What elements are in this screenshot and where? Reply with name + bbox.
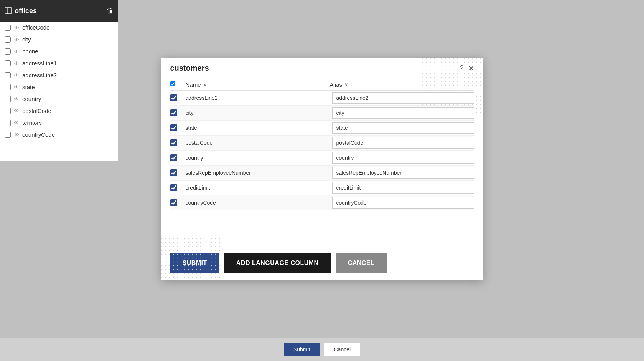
- table-row: countryCode: [170, 195, 474, 210]
- submit-button[interactable]: SUBMIT: [170, 253, 219, 273]
- row-checkbox-countryCode[interactable]: [170, 199, 177, 206]
- cancel-button[interactable]: CANCEL: [336, 253, 387, 273]
- alias-input-creditLimit[interactable]: [332, 182, 474, 194]
- row-checkbox-city[interactable]: [170, 109, 177, 116]
- row-alias-salesRepEmployeeNumber[interactable]: [332, 167, 474, 179]
- table-row: salesRepEmployeeNumber: [170, 166, 474, 180]
- alias-input-countryCode[interactable]: [332, 197, 474, 209]
- row-check-postalCode: [170, 139, 186, 146]
- header-name-cell: Name ⊽: [186, 81, 330, 88]
- alias-input-city[interactable]: [332, 107, 474, 119]
- header-alias-cell: Alias ⊽: [330, 81, 474, 88]
- modal-title: customers: [170, 64, 209, 73]
- row-name-salesRepEmployeeNumber: salesRepEmployeeNumber: [186, 170, 332, 176]
- row-alias-postalCode[interactable]: [332, 137, 474, 149]
- row-alias-countryCode[interactable]: [332, 197, 474, 209]
- table-row: country: [170, 151, 474, 166]
- modal-overlay: customers ? ✕ Name ⊽ Alias ⊽: [0, 0, 644, 338]
- modal-footer: SUBMIT ADD LANGUAGE COLUMN CANCEL: [161, 246, 483, 280]
- alias-input-salesRepEmployeeNumber[interactable]: [332, 167, 474, 179]
- row-check-addressLine2: [170, 94, 186, 101]
- bottom-cancel-button[interactable]: Cancel: [324, 343, 360, 356]
- close-icon[interactable]: ✕: [468, 64, 474, 73]
- row-check-country: [170, 154, 186, 161]
- row-name-city: city: [186, 110, 332, 116]
- row-checkbox-country[interactable]: [170, 154, 177, 161]
- table-header-row: Name ⊽ Alias ⊽: [170, 79, 474, 91]
- alias-input-state[interactable]: [332, 122, 474, 134]
- alias-input-addressLine2[interactable]: [332, 92, 474, 104]
- row-check-city: [170, 109, 186, 116]
- row-name-creditLimit: creditLimit: [186, 185, 332, 191]
- modal-table: Name ⊽ Alias ⊽ addressLine2 city: [161, 76, 483, 246]
- row-check-state: [170, 124, 186, 131]
- row-check-creditLimit: [170, 184, 186, 191]
- header-check-cell: [170, 81, 186, 88]
- table-scroll: addressLine2 city state posta: [170, 91, 474, 229]
- help-icon[interactable]: ?: [460, 64, 463, 72]
- modal-header: customers ? ✕: [161, 58, 483, 76]
- table-row: addressLine2: [170, 91, 474, 106]
- header-alias-label: Alias: [330, 81, 343, 88]
- row-name-country: country: [186, 155, 332, 161]
- bottom-submit-button[interactable]: Submit: [284, 343, 320, 356]
- row-checkbox-salesRepEmployeeNumber[interactable]: [170, 169, 177, 176]
- add-language-button[interactable]: ADD LANGUAGE COLUMN: [224, 253, 331, 273]
- row-check-salesRepEmployeeNumber: [170, 169, 186, 176]
- alias-input-postalCode[interactable]: [332, 137, 474, 149]
- row-name-addressLine2: addressLine2: [186, 95, 332, 101]
- modal-header-actions: ? ✕: [460, 64, 474, 73]
- row-alias-country[interactable]: [332, 152, 474, 164]
- row-alias-addressLine2[interactable]: [332, 92, 474, 104]
- alias-input-country[interactable]: [332, 152, 474, 164]
- select-all-checkbox[interactable]: [170, 81, 175, 86]
- row-alias-city[interactable]: [332, 107, 474, 119]
- row-name-countryCode: countryCode: [186, 200, 332, 206]
- row-checkbox-state[interactable]: [170, 124, 177, 131]
- table-row: creditLimit: [170, 180, 474, 195]
- name-filter-icon[interactable]: ⊽: [203, 82, 207, 88]
- row-check-countryCode: [170, 199, 186, 206]
- table-row: city: [170, 106, 474, 121]
- alias-filter-icon[interactable]: ⊽: [344, 82, 348, 88]
- row-checkbox-addressLine2[interactable]: [170, 94, 177, 101]
- table-row: postalCode: [170, 136, 474, 151]
- row-name-postalCode: postalCode: [186, 140, 332, 146]
- row-alias-creditLimit[interactable]: [332, 182, 474, 194]
- row-name-state: state: [186, 125, 332, 131]
- row-alias-state[interactable]: [332, 122, 474, 134]
- modal: customers ? ✕ Name ⊽ Alias ⊽: [161, 58, 483, 280]
- header-name-label: Name: [186, 81, 201, 88]
- table-row: state: [170, 121, 474, 136]
- row-checkbox-creditLimit[interactable]: [170, 184, 177, 191]
- bottom-bar: Submit Cancel: [0, 338, 644, 361]
- row-checkbox-postalCode[interactable]: [170, 139, 177, 146]
